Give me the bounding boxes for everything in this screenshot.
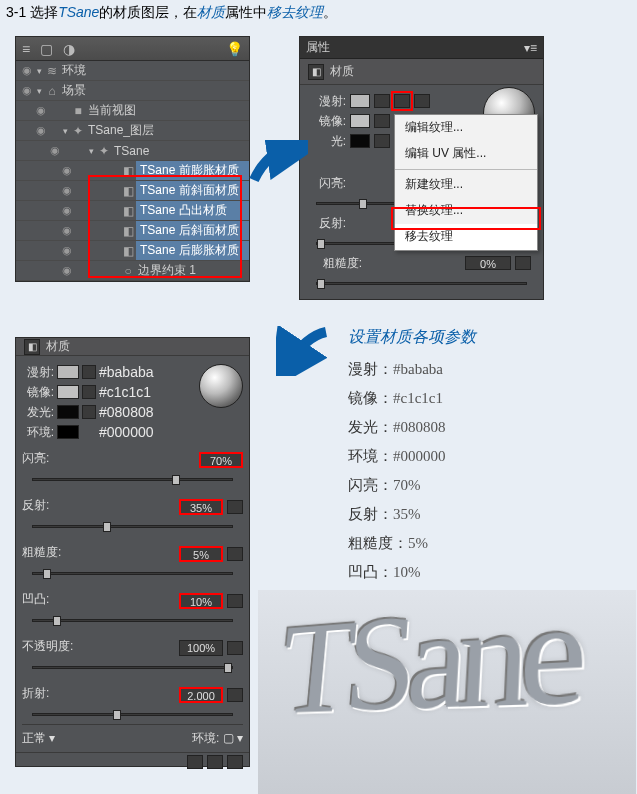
- menu-edit-uv[interactable]: 编辑 UV 属性...: [395, 141, 537, 167]
- shine-slider[interactable]: [22, 469, 243, 489]
- menu-remove-texture[interactable]: 移去纹理: [395, 224, 537, 250]
- menu-new-texture[interactable]: 新建纹理...: [395, 172, 537, 198]
- reference-line: 镜像：#c1c1c1: [348, 389, 443, 408]
- tree-row[interactable]: ◉◧TSane 后斜面材质: [16, 221, 249, 241]
- material-tab[interactable]: ◧ 材质: [16, 338, 249, 356]
- mirror-swatch[interactable]: [350, 114, 370, 128]
- expand-arrow-icon[interactable]: ▾: [34, 86, 44, 96]
- refract-value[interactable]: 2.000: [179, 687, 223, 703]
- blend-mode[interactable]: 正常 ▾: [22, 730, 55, 747]
- texture-slot[interactable]: [227, 547, 243, 561]
- tree-row[interactable]: ◉◧TSane 凸出材质: [16, 201, 249, 221]
- bump-value[interactable]: 10%: [179, 593, 223, 609]
- prop-label: 闪亮:: [312, 175, 346, 192]
- tree-row[interactable]: ◉◧TSane 前斜面材质: [16, 181, 249, 201]
- expand-arrow-icon[interactable]: ▾: [86, 146, 96, 156]
- texture-slot[interactable]: [394, 94, 410, 108]
- tree-row[interactable]: ◉▾✦TSane_图层: [16, 121, 249, 141]
- texture-slot[interactable]: [414, 94, 430, 108]
- blend-row: 正常 ▾ 环境: ▢ ▾: [22, 724, 243, 746]
- visibility-icon[interactable]: ◉: [60, 204, 74, 217]
- item-label: TSane 前膨胀材质: [136, 161, 249, 180]
- reference-line: 漫射：#bababa: [348, 360, 443, 379]
- tree-row[interactable]: ◉▾≋环境: [16, 61, 249, 81]
- menu-replace-texture[interactable]: 替换纹理...: [395, 198, 537, 224]
- opacity-value[interactable]: 100%: [179, 640, 223, 656]
- tab-label: 材质: [330, 63, 354, 80]
- rough-value[interactable]: 0%: [465, 256, 511, 270]
- rough-slider[interactable]: [22, 563, 243, 583]
- opacity-slider[interactable]: [22, 657, 243, 677]
- rough-value[interactable]: 5%: [179, 546, 223, 562]
- tree-row[interactable]: ◉◧TSane 前膨胀材质: [16, 161, 249, 181]
- texture-slot[interactable]: [227, 594, 243, 608]
- prop-label: 折射:: [22, 685, 175, 702]
- glow-swatch[interactable]: [350, 134, 370, 148]
- item-label: TSane 后斜面材质: [136, 221, 249, 240]
- visibility-icon[interactable]: ◉: [20, 64, 34, 77]
- texture-slot[interactable]: [82, 405, 96, 419]
- footer-icon[interactable]: [227, 755, 243, 769]
- texture-slot[interactable]: [227, 641, 243, 655]
- diffuse-swatch[interactable]: [57, 365, 79, 379]
- footer-icon[interactable]: [207, 755, 223, 769]
- shine-value[interactable]: 70%: [199, 452, 243, 468]
- mirror-swatch[interactable]: [57, 385, 79, 399]
- reflect-slider[interactable]: [22, 516, 243, 536]
- tree-row[interactable]: ◉○边界约束 1: [16, 261, 249, 281]
- tree-row[interactable]: ◉◧TSane 后膨胀材质: [16, 241, 249, 261]
- expand-arrow-icon[interactable]: ▾: [60, 126, 70, 136]
- visibility-icon[interactable]: ◉: [60, 164, 74, 177]
- tree-row[interactable]: ◉▾⌂场景: [16, 81, 249, 101]
- visibility-icon[interactable]: ◉: [34, 104, 48, 117]
- item-icon: ◧: [120, 204, 136, 218]
- render-text: TSane: [274, 567, 578, 743]
- prop-label: 反射:: [312, 215, 346, 232]
- reflect-value[interactable]: 35%: [179, 499, 223, 515]
- item-icon: ≋: [44, 64, 60, 78]
- visibility-icon[interactable]: ◉: [60, 264, 74, 277]
- header-icon[interactable]: ▢: [40, 41, 53, 57]
- texture-slot[interactable]: [227, 500, 243, 514]
- bump-slider[interactable]: [22, 610, 243, 630]
- menu-edit-texture[interactable]: 编辑纹理...: [395, 115, 537, 141]
- glow-swatch[interactable]: [57, 405, 79, 419]
- footer-icon[interactable]: [187, 755, 203, 769]
- env-swatch[interactable]: [57, 425, 79, 439]
- refract-slider[interactable]: [22, 704, 243, 724]
- item-label: TSane_图层: [86, 122, 249, 139]
- texture-slot[interactable]: [82, 385, 96, 399]
- diffuse-swatch[interactable]: [350, 94, 370, 108]
- visibility-icon[interactable]: ◉: [48, 144, 62, 157]
- visibility-icon[interactable]: ◉: [20, 84, 34, 97]
- texture-slot[interactable]: [515, 256, 531, 270]
- reference-line: 粗糙度：5%: [348, 534, 428, 553]
- panel-title: 属性: [306, 39, 330, 56]
- tree-row[interactable]: ◉■当前视图: [16, 101, 249, 121]
- panel-menu-icon[interactable]: ▾≡: [524, 41, 537, 55]
- visibility-icon[interactable]: ◉: [34, 124, 48, 137]
- visibility-icon[interactable]: ◉: [60, 224, 74, 237]
- outliner-header: ≡ ▢ ◑ 💡: [16, 37, 249, 61]
- refract-block: 折射:2.000: [22, 685, 243, 724]
- texture-slot[interactable]: [227, 688, 243, 702]
- texture-slot[interactable]: [374, 94, 390, 108]
- panel-footer-icons: [16, 752, 249, 768]
- visibility-icon[interactable]: ◉: [60, 244, 74, 257]
- texture-slot[interactable]: [374, 134, 390, 148]
- rough-slider[interactable]: [306, 273, 537, 293]
- rough-row: 粗糙度: 0%: [306, 253, 537, 273]
- tree-row[interactable]: ◉▾✦TSane: [16, 141, 249, 161]
- texture-slot[interactable]: [82, 365, 96, 379]
- prop-label: 反射:: [22, 497, 175, 514]
- material-tab[interactable]: ◧ 材质: [300, 59, 543, 85]
- item-label: 边界约束 1: [136, 262, 249, 279]
- header-icon[interactable]: ◑: [63, 41, 75, 57]
- lightbulb-icon[interactable]: 💡: [226, 41, 243, 57]
- expand-arrow-icon[interactable]: ▾: [34, 66, 44, 76]
- header-icon[interactable]: ≡: [22, 41, 30, 57]
- visibility-icon[interactable]: ◉: [60, 184, 74, 197]
- material-icon: ◧: [24, 339, 40, 355]
- texture-slot[interactable]: [374, 114, 390, 128]
- item-icon: ✦: [70, 124, 86, 138]
